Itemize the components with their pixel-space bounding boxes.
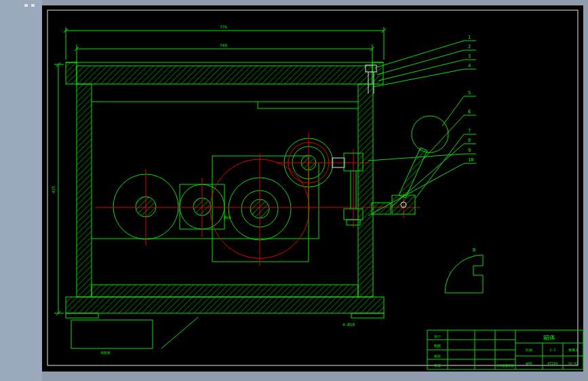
window-dot-icon bbox=[31, 4, 35, 7]
window-dot-icon bbox=[24, 4, 28, 7]
callout-number: 4 bbox=[468, 63, 471, 68]
callout-number: 10 bbox=[468, 157, 473, 163]
callout-number: 9 bbox=[468, 148, 471, 153]
title-block-row-label: 校核 bbox=[433, 354, 441, 358]
base-plate-label: 底座板 bbox=[100, 350, 111, 355]
title-block-qty: 数量1 bbox=[568, 348, 577, 352]
title-block-row-label: 审核 bbox=[434, 363, 441, 367]
detail-label: B bbox=[473, 247, 475, 253]
title-block-sheets: 共1张第1张 bbox=[496, 363, 514, 368]
dimension-note-bottom: 4-Ø18 bbox=[342, 322, 355, 327]
title-block-material-label: 材料 bbox=[525, 361, 532, 366]
callout-number: 6 bbox=[468, 109, 471, 115]
callout-number: 8 bbox=[468, 138, 471, 143]
title-block-material-value: HT200 bbox=[547, 361, 557, 365]
dimension-text-top-outer: 776 bbox=[220, 24, 227, 29]
callout-number: 5 bbox=[468, 90, 471, 96]
dimension-text-top-inner: 740 bbox=[220, 43, 227, 47]
dimension-text-left-height: 425 bbox=[51, 186, 56, 193]
callout-number: 1 bbox=[468, 35, 471, 40]
callout-number: 2 bbox=[468, 44, 471, 49]
title-block-drawing-no: JX-01 bbox=[568, 361, 578, 365]
title-block-row-label: 设计 bbox=[433, 334, 441, 338]
cad-viewer-window: 1 2 3 4 5 6 7 8 bbox=[0, 0, 588, 381]
title-block-title: 箱体 bbox=[543, 334, 555, 341]
callout-number: 7 bbox=[468, 128, 471, 134]
title-block-row-label: 制图 bbox=[434, 344, 441, 348]
callout-number: 3 bbox=[468, 54, 471, 59]
drawing-canvas[interactable]: 1 2 3 4 5 6 7 8 bbox=[0, 0, 588, 381]
title-block-scale-label: 比例 bbox=[526, 348, 532, 353]
title-block-scale-value: 1:2 bbox=[549, 348, 555, 352]
dimension-note-hub: Ø60 bbox=[224, 215, 231, 220]
